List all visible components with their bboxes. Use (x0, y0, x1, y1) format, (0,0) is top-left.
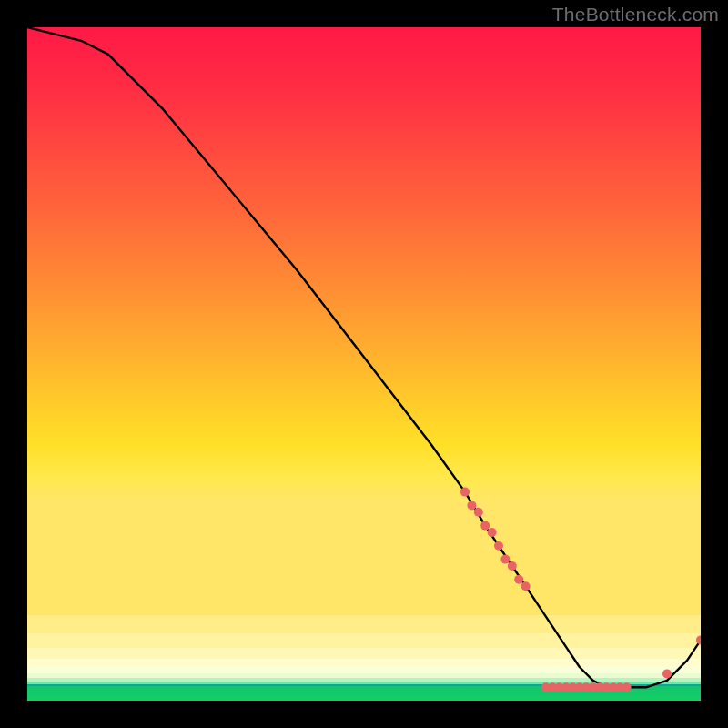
curve-marker (622, 682, 632, 692)
curve-marker (500, 555, 510, 564)
curve-layer (27, 27, 701, 701)
curve-markers (460, 488, 701, 693)
chart-stage: TheBottleneck.com (0, 0, 728, 728)
curve-marker (480, 521, 490, 531)
curve-marker (474, 508, 483, 517)
plot-area (27, 27, 701, 701)
curve-marker (488, 528, 497, 537)
curve-marker (508, 561, 517, 571)
curve-marker (521, 581, 531, 591)
watermark-text: TheBottleneck.com (552, 4, 719, 25)
curve-marker (467, 500, 476, 510)
curve-marker (514, 575, 523, 584)
curve-marker (494, 541, 503, 551)
curve-marker (662, 669, 672, 678)
curve-marker (460, 488, 470, 497)
bottleneck-curve (27, 27, 701, 687)
curve-marker (696, 635, 701, 644)
